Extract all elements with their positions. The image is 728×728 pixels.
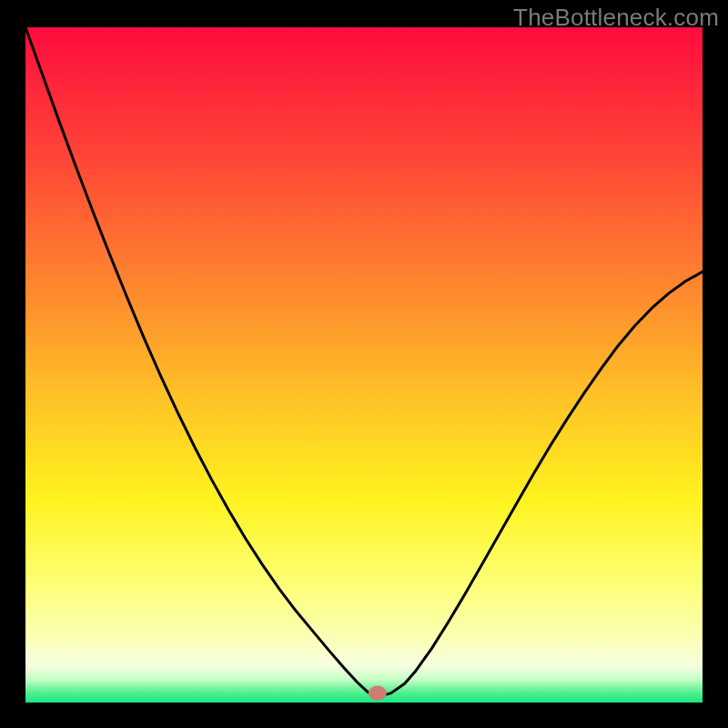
- gradient-background: [25, 27, 703, 703]
- chart-svg: [0, 0, 728, 728]
- optimal-point-marker: [369, 686, 387, 701]
